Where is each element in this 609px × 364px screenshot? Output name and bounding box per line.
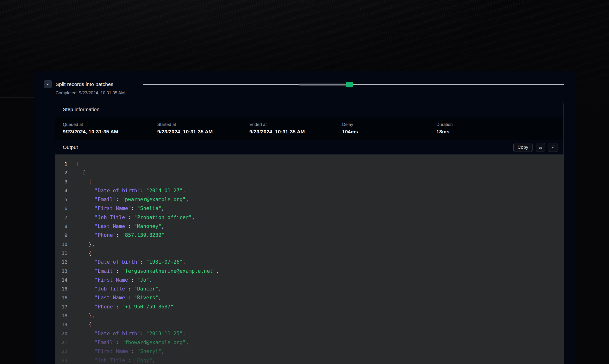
line-number: 7 (55, 213, 67, 222)
scroll-to-top-icon (551, 145, 555, 150)
output-header: Output Copy (55, 140, 563, 155)
meta-field-duration: Duration 18ms (436, 122, 563, 135)
code-line: 16 "Last Name": "Rivers", (55, 293, 563, 302)
meta-value: 104ms (342, 129, 436, 135)
wrap-text-button[interactable] (536, 143, 545, 152)
line-number: 3 (55, 177, 67, 186)
scroll-to-top-button[interactable] (549, 143, 557, 152)
line-content: { (67, 320, 92, 329)
meta-field-queued-at: Queued at 9/23/2024, 10:31:35 AM (63, 122, 157, 135)
line-content: { (67, 177, 92, 186)
line-number: 22 (55, 347, 67, 356)
line-number: 14 (55, 276, 67, 285)
line-content: "Email": "pwarner@example.org", (67, 195, 189, 204)
line-content: "First Name": "Sheryl", (67, 347, 165, 356)
line-number: 18 (55, 311, 67, 320)
line-content: }, (67, 311, 95, 320)
code-line: 7 "Job Title": "Probation officer", (55, 213, 563, 222)
line-content: "First Name": "Shelia", (67, 204, 165, 213)
output-code-viewer[interactable]: 1[2 [3 {4 "Date of birth": "2014-01-27",… (55, 155, 563, 364)
code-line: 12 "Date of birth": "1931-07-26", (55, 258, 563, 267)
line-content: [ (67, 168, 86, 177)
code-line: 9 "Phone": "857.139.8239" (55, 231, 563, 240)
line-number: 2 (55, 168, 67, 177)
code-line: 13 "Email": "fergusonkatherine@example.n… (55, 267, 563, 276)
line-content: "Date of birth": "2013-11-25", (67, 329, 186, 338)
code-line: 1[ (55, 159, 563, 168)
step-information-header: Step information (55, 102, 563, 117)
line-content: "Email": "fhoward@example.org", (67, 338, 189, 347)
line-number: 8 (55, 222, 67, 231)
line-number: 10 (55, 240, 67, 249)
timeline-scrubber[interactable] (143, 82, 564, 87)
meta-value: 9/23/2024, 10:31:35 AM (249, 129, 342, 135)
line-content: "Last Name": "Rivers", (67, 293, 161, 302)
meta-label: Ended at (249, 122, 342, 127)
meta-value: 18ms (436, 129, 563, 135)
chevron-down-icon (46, 82, 50, 86)
code-line: 10 }, (55, 240, 563, 249)
step-information-title: Step information (63, 106, 99, 112)
timeline-track (143, 84, 564, 85)
line-number: 17 (55, 302, 67, 311)
meta-field-ended-at: Ended at 9/23/2024, 10:31:35 AM (249, 122, 342, 135)
line-content: "Email": "fergusonkatherine@example.net"… (67, 267, 219, 276)
line-number: 16 (55, 293, 67, 302)
code-line: 14 "First Name": "Jo", (55, 276, 563, 285)
line-number: 13 (55, 267, 67, 276)
code-line: 11 { (55, 249, 563, 258)
code-line: 19 { (55, 320, 563, 329)
meta-value: 9/23/2024, 10:31:35 AM (157, 129, 249, 135)
line-content: "Job Title": "Copy", (67, 356, 155, 364)
line-content: "Phone": "857.139.8239" (67, 231, 165, 240)
line-number: 11 (55, 249, 67, 258)
collapse-step-button[interactable] (44, 80, 52, 88)
code-line: 5 "Email": "pwarner@example.org", (55, 195, 563, 204)
line-number: 15 (55, 285, 67, 293)
line-number: 4 (55, 186, 67, 195)
meta-label: Queued at (63, 122, 157, 127)
code-line: 21 "Email": "fhoward@example.org", (55, 338, 563, 347)
step-header-left: Split records into batches (44, 80, 113, 88)
line-content: "Phone": "+1-950-759-8687" (67, 302, 174, 311)
line-content: "Job Title": "Probation officer", (67, 213, 195, 222)
code-line: 2 [ (55, 168, 563, 177)
line-content: "Last Name": "Mahoney", (67, 222, 165, 231)
timeline-range-segment[interactable] (299, 84, 347, 86)
line-content: "First Name": "Jo", (67, 276, 152, 285)
line-number: 12 (55, 258, 67, 267)
meta-label: Delay (342, 122, 436, 127)
line-content: }, (67, 240, 95, 249)
step-header: Split records into batches Completed: 9/… (34, 71, 576, 102)
code-line: 15 "Job Title": "Dancer", (55, 285, 563, 293)
line-number: 23 (55, 356, 67, 364)
line-number: 9 (55, 231, 67, 240)
meta-field-delay: Delay 104ms (342, 122, 436, 135)
step-completed-timestamp: Completed: 9/23/2024, 10:31:35 AM (56, 91, 125, 96)
step-meta-row: Queued at 9/23/2024, 10:31:35 AM Started… (55, 117, 563, 140)
line-number: 21 (55, 338, 67, 347)
meta-label: Duration (436, 122, 563, 127)
line-content: "Job Title": "Dancer", (67, 285, 161, 293)
step-detail-panel: Split records into batches Completed: 9/… (34, 71, 576, 364)
step-title: Split records into batches (56, 81, 113, 87)
line-number: 20 (55, 329, 67, 338)
meta-value: 9/23/2024, 10:31:35 AM (63, 129, 157, 135)
line-number: 19 (55, 320, 67, 329)
background-guide-line-left (0, 97, 34, 98)
copy-button[interactable]: Copy (513, 143, 533, 152)
timeline-handle[interactable] (346, 82, 353, 87)
code-line: 20 "Date of birth": "2013-11-25", (55, 329, 563, 338)
step-information-card: Step information Queued at 9/23/2024, 10… (55, 102, 564, 364)
code-line: 23 "Job Title": "Copy", (55, 356, 563, 364)
line-content: [ (67, 159, 80, 168)
meta-label: Started at (157, 122, 249, 127)
line-content: "Date of birth": "2014-01-27", (67, 186, 186, 195)
code-line: 8 "Last Name": "Mahoney", (55, 222, 563, 231)
code-line: 22 "First Name": "Sheryl", (55, 347, 563, 356)
line-number: 1 (55, 159, 67, 168)
code-line: 18 }, (55, 311, 563, 320)
line-number: 5 (55, 195, 67, 204)
code-lines: 1[2 [3 {4 "Date of birth": "2014-01-27",… (55, 159, 563, 364)
code-line: 17 "Phone": "+1-950-759-8687" (55, 302, 563, 311)
